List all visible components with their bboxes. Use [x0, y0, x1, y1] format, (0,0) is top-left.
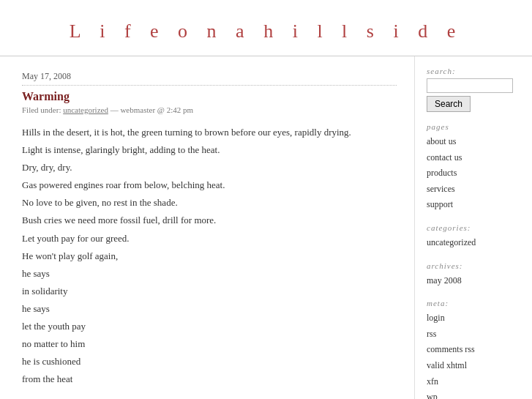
post-line: in solidarity: [22, 283, 397, 299]
categories-list: uncategorized: [427, 235, 520, 251]
list-item: contact us: [427, 150, 520, 166]
pages-link[interactable]: services: [427, 184, 455, 194]
post-title: Warming: [22, 90, 397, 103]
list-item: support: [427, 197, 520, 213]
list-item: uncategorized: [427, 235, 520, 251]
post-line: he is cushioned: [22, 354, 397, 370]
post-line: he says: [22, 266, 397, 282]
post-line: Gas powered engines roar from below, bel…: [22, 177, 397, 193]
search-input[interactable]: [427, 78, 513, 93]
search-heading: search:: [427, 67, 520, 75]
list-item: comments rss: [427, 342, 520, 358]
meta-link[interactable]: valid xhtml: [427, 360, 467, 370]
post-line: Bush cries we need more fossil fuel, dri…: [22, 212, 397, 228]
sidebar-meta-section: meta: loginrsscomments rssvalid xhtmlxfn…: [427, 299, 520, 399]
pages-heading: pages: [427, 122, 520, 131]
post-line: Light is intense, glaringly bright, addi…: [22, 142, 397, 158]
pages-link[interactable]: support: [427, 199, 453, 209]
category-link[interactable]: uncategorized: [427, 237, 476, 247]
post-line: No love to be given, no rest in the shad…: [22, 195, 397, 211]
blog-post: May 17, 2008 Warming Filed under: uncate…: [22, 71, 397, 399]
site-header: L i f e o n a h i l l s i d e: [0, 0, 532, 56]
archives-heading: archives:: [427, 261, 520, 270]
sidebar: search: Search pages about uscontact usp…: [415, 56, 532, 399]
post-line: Hills in the desert, it is hot, the gree…: [22, 124, 397, 141]
post-category-link[interactable]: uncategorized: [63, 105, 108, 114]
list-item: wp: [427, 389, 520, 399]
page-wrapper: L i f e o n a h i l l s i d e May 17, 20…: [0, 0, 532, 399]
post-line: no matter to him: [22, 336, 397, 352]
categories-heading: categories:: [427, 223, 520, 232]
list-item: valid xhtml: [427, 358, 520, 374]
post-line: let the youth pay: [22, 318, 397, 335]
meta-link[interactable]: wp: [427, 392, 438, 399]
site-title: L i f e o n a h i l l s i d e: [0, 20, 532, 42]
list-item: rss: [427, 327, 520, 343]
post-line: He won't play golf again,: [22, 248, 397, 264]
pages-link[interactable]: contact us: [427, 152, 462, 163]
post-date: May 17, 2008: [22, 71, 397, 86]
post-line: Let youth pay for our greed.: [22, 231, 397, 247]
search-button[interactable]: Search: [427, 96, 471, 112]
sidebar-pages-section: pages about uscontact usproductsservices…: [427, 122, 520, 213]
sidebar-search-section: search: Search: [427, 67, 520, 112]
pages-link[interactable]: products: [427, 168, 457, 178]
list-item: about us: [427, 134, 520, 150]
list-item: services: [427, 182, 520, 198]
meta-link[interactable]: xfn: [427, 376, 438, 387]
post-meta: Filed under: uncategorized — webmaster @…: [22, 105, 397, 114]
list-item: login: [427, 310, 520, 327]
pages-list: about uscontact usproductsservicessuppor…: [427, 134, 520, 213]
post-line: he says: [22, 301, 397, 317]
content-wrapper: May 17, 2008 Warming Filed under: uncate…: [0, 56, 532, 399]
list-item: xfn: [427, 374, 520, 390]
list-item: may 2008: [427, 273, 520, 289]
meta-link[interactable]: rss: [427, 329, 436, 339]
post-body: Hills in the desert, it is hot, the gree…: [22, 124, 397, 387]
meta-heading: meta:: [427, 299, 520, 307]
meta-link[interactable]: login: [427, 313, 445, 323]
meta-link[interactable]: comments rss: [427, 344, 475, 354]
sidebar-archives-section: archives: may 2008: [427, 261, 520, 289]
pages-link[interactable]: about us: [427, 136, 456, 146]
archive-link[interactable]: may 2008: [427, 275, 462, 286]
sidebar-categories-section: categories: uncategorized: [427, 223, 520, 251]
meta-list: loginrsscomments rssvalid xhtmlxfnwp: [427, 310, 520, 399]
archives-list: may 2008: [427, 273, 520, 289]
post-line: from the heat: [22, 371, 397, 387]
list-item: products: [427, 165, 520, 182]
post-line: Dry, dry, dry.: [22, 160, 397, 176]
main-content: May 17, 2008 Warming Filed under: uncate…: [0, 56, 415, 399]
